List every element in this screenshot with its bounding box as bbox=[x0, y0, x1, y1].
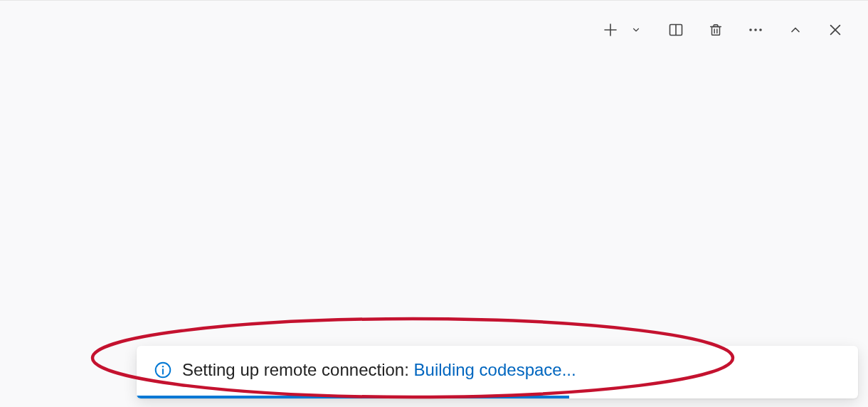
more-actions-button[interactable] bbox=[746, 20, 766, 40]
svg-point-8 bbox=[754, 28, 757, 31]
svg-rect-4 bbox=[712, 26, 720, 35]
chevron-up-icon bbox=[788, 23, 803, 37]
notification-message: Setting up remote connection: Building c… bbox=[182, 360, 576, 380]
info-icon bbox=[154, 361, 172, 379]
new-terminal-button[interactable] bbox=[600, 20, 620, 40]
close-panel-button[interactable] bbox=[825, 20, 845, 40]
new-terminal-group bbox=[600, 20, 646, 40]
window-top-border bbox=[0, 0, 868, 1]
panel-toolbar bbox=[600, 20, 845, 40]
new-terminal-dropdown[interactable] bbox=[626, 20, 646, 40]
split-panel-icon bbox=[667, 21, 684, 38]
svg-point-14 bbox=[162, 366, 164, 367]
notification-link[interactable]: Building codespace... bbox=[414, 360, 576, 379]
chevron-down-icon bbox=[631, 25, 641, 35]
trash-icon bbox=[708, 22, 724, 38]
ellipsis-icon bbox=[747, 21, 764, 38]
svg-point-7 bbox=[749, 28, 752, 31]
kill-terminal-button[interactable] bbox=[706, 20, 726, 40]
notification-text: Setting up remote connection: bbox=[182, 360, 414, 379]
maximize-panel-button[interactable] bbox=[785, 20, 805, 40]
plus-icon bbox=[602, 21, 619, 38]
svg-point-9 bbox=[759, 28, 762, 31]
close-icon bbox=[827, 22, 843, 38]
progress-fill bbox=[137, 396, 569, 398]
split-panel-button[interactable] bbox=[666, 20, 686, 40]
notification-toast: Setting up remote connection: Building c… bbox=[137, 346, 858, 398]
